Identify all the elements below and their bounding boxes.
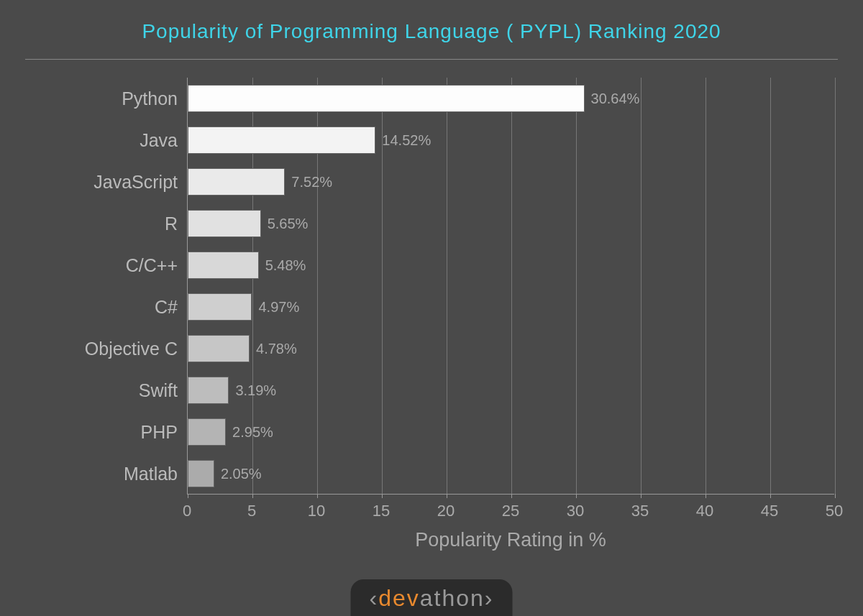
bar-value-label: 4.97%	[258, 299, 299, 316]
angle-bracket-left-icon: ‹	[370, 585, 379, 611]
x-tick-label: 50	[826, 502, 843, 520]
grid-line	[641, 78, 641, 494]
x-tick	[835, 494, 836, 498]
x-tick-label: 0	[183, 502, 191, 520]
x-tick-label: 20	[437, 502, 455, 520]
x-tick	[317, 494, 318, 498]
bar: 14.52%	[188, 127, 375, 154]
x-tick	[641, 494, 641, 498]
category-label: R	[165, 213, 188, 234]
x-axis-title: Popularity Rating in %	[187, 529, 834, 551]
bar-value-label: 5.48%	[265, 257, 306, 274]
grid-line	[576, 78, 577, 494]
bar-value-label: 2.95%	[232, 424, 273, 441]
bar: 5.65%	[188, 210, 261, 237]
devathon-logo: ‹devathon›	[351, 579, 513, 616]
bar: 2.95%	[188, 418, 226, 446]
category-label: Java	[140, 130, 188, 151]
category-label: Python	[122, 88, 188, 109]
category-label: C/C++	[126, 255, 188, 276]
category-label: PHP	[141, 422, 188, 443]
grid-line	[447, 78, 447, 494]
chart-area: Python30.64%Java14.52%JavaScript7.52%R5.…	[187, 78, 834, 523]
bar-value-label: 3.19%	[235, 382, 276, 399]
x-tick-label: 35	[631, 502, 649, 520]
category-label: JavaScript	[93, 172, 188, 193]
bar-value-label: 5.65%	[268, 216, 309, 232]
x-tick	[576, 494, 577, 498]
x-tick	[382, 494, 383, 498]
category-label: Objective C	[85, 339, 188, 359]
grid-line	[835, 78, 836, 494]
x-tick	[188, 494, 188, 498]
title-divider	[25, 59, 838, 60]
bar: 4.97%	[188, 293, 252, 321]
bar: 7.52%	[188, 168, 285, 196]
bar: 3.19%	[188, 377, 229, 404]
category-label: Swift	[139, 380, 188, 401]
x-tick	[252, 494, 253, 498]
bar: 2.05%	[188, 460, 214, 487]
x-tick-label: 10	[308, 502, 325, 520]
grid-line	[770, 78, 771, 494]
bar-value-label: 2.05%	[221, 466, 262, 482]
chart-title: Popularity of Programming Language ( PYP…	[0, 0, 863, 59]
x-tick-label: 25	[502, 502, 519, 520]
x-tick-label: 5	[247, 502, 256, 520]
bar: 4.78%	[188, 335, 250, 362]
bar: 30.64%	[188, 85, 585, 112]
bar: 5.48%	[188, 252, 259, 279]
grid-line	[511, 78, 512, 494]
category-label: C#	[155, 297, 188, 318]
x-tick	[511, 494, 512, 498]
bar-value-label: 4.78%	[256, 341, 297, 357]
bar-value-label: 30.64%	[591, 91, 640, 107]
x-tick	[447, 494, 447, 498]
logo-text-dev: dev	[378, 585, 420, 611]
x-tick	[706, 494, 706, 498]
angle-bracket-right-icon: ›	[485, 585, 494, 611]
grid-line	[706, 78, 706, 494]
x-tick-label: 45	[761, 502, 778, 520]
bar-value-label: 7.52%	[291, 174, 332, 190]
x-tick-label: 30	[567, 502, 584, 520]
bar-value-label: 14.52%	[382, 132, 431, 149]
x-tick	[770, 494, 771, 498]
plot-region: Python30.64%Java14.52%JavaScript7.52%R5.…	[187, 78, 834, 495]
logo-text-athon: athon	[420, 585, 485, 611]
x-tick-label: 15	[373, 502, 390, 520]
x-tick-label: 40	[696, 502, 713, 520]
category-label: Matlab	[124, 464, 188, 484]
